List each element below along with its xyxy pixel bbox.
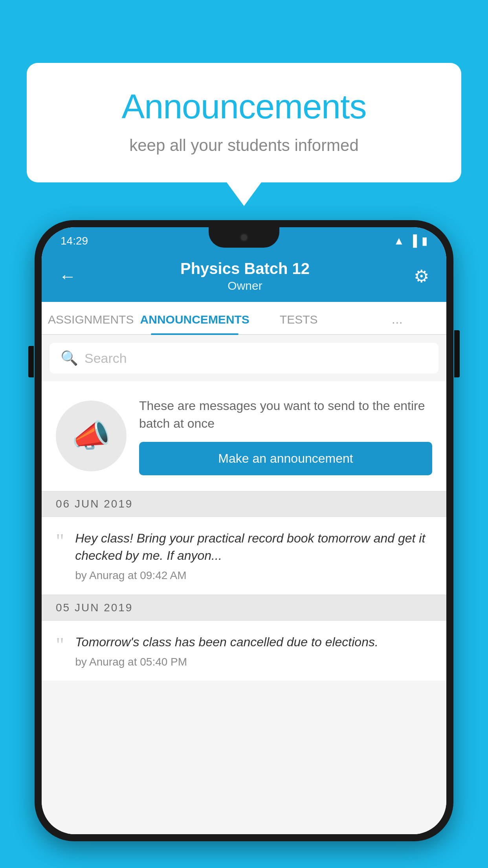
front-camera [240, 233, 248, 242]
announcement-text-1: Hey class! Bring your practical record b… [75, 530, 432, 565]
signal-icon: ▐ [409, 235, 417, 247]
make-announcement-button[interactable]: Make an announcement [139, 442, 432, 475]
content-area: 🔍 Search 📣 These are messages you want t… [42, 335, 446, 834]
announcement-meta-2: by Anurag at 05:40 PM [75, 656, 432, 668]
tab-announcements[interactable]: ANNOUNCEMENTS [140, 302, 250, 334]
phone-outer: 14:29 ▲ ▐ ▮ ← Physics Batch 12 Owner ⚙ [35, 220, 453, 841]
announcement-content-1: Hey class! Bring your practical record b… [75, 530, 432, 582]
announcement-icon-circle: 📣 [56, 401, 127, 471]
tab-tests[interactable]: TESTS [250, 302, 348, 334]
date-separator-1: 06 JUN 2019 [42, 491, 446, 517]
phone-inner: 14:29 ▲ ▐ ▮ ← Physics Batch 12 Owner ⚙ [42, 227, 446, 834]
app-header: ← Physics Batch 12 Owner ⚙ [42, 252, 446, 302]
speech-bubble-arrow [227, 182, 261, 206]
header-title-group: Physics Batch 12 Owner [180, 260, 310, 292]
quote-icon-1: " [56, 531, 64, 552]
batch-role: Owner [180, 279, 310, 292]
announcement-content-2: Tomorrow's class has been cancelled due … [75, 633, 432, 668]
status-time: 14:29 [61, 235, 88, 247]
battery-icon: ▮ [422, 234, 427, 247]
search-input[interactable]: Search [84, 351, 127, 366]
phone-notch [209, 227, 279, 248]
announcement-meta-1: by Anurag at 09:42 AM [75, 569, 432, 582]
tabs-bar: ASSIGNMENTS ANNOUNCEMENTS TESTS … [42, 302, 446, 335]
tab-assignments[interactable]: ASSIGNMENTS [42, 302, 140, 334]
wifi-icon: ▲ [393, 235, 404, 247]
announcement-right: These are messages you want to send to t… [139, 397, 432, 475]
speech-bubble-subtitle: keep all your students informed [58, 136, 430, 155]
announcement-item-1[interactable]: " Hey class! Bring your practical record… [42, 517, 446, 595]
settings-icon[interactable]: ⚙ [414, 266, 429, 286]
speech-bubble-section: Announcements keep all your students inf… [27, 63, 461, 206]
date-separator-2: 05 JUN 2019 [42, 595, 446, 621]
announcement-description: These are messages you want to send to t… [139, 397, 432, 432]
phone-container: 14:29 ▲ ▐ ▮ ← Physics Batch 12 Owner ⚙ [35, 220, 453, 868]
status-icons: ▲ ▐ ▮ [393, 234, 427, 247]
speech-bubble-card: Announcements keep all your students inf… [27, 63, 461, 182]
tab-more[interactable]: … [348, 302, 446, 334]
back-button[interactable]: ← [59, 267, 76, 286]
announcement-text-2: Tomorrow's class has been cancelled due … [75, 633, 432, 651]
announcement-item-2[interactable]: " Tomorrow's class has been cancelled du… [42, 621, 446, 681]
batch-title: Physics Batch 12 [180, 260, 310, 278]
quote-icon-2: " [56, 635, 64, 655]
announcement-prompt: 📣 These are messages you want to send to… [42, 381, 446, 491]
speech-bubble-title: Announcements [58, 86, 430, 127]
search-icon: 🔍 [61, 350, 78, 366]
megaphone-icon: 📣 [72, 417, 111, 454]
search-bar[interactable]: 🔍 Search [50, 343, 438, 373]
